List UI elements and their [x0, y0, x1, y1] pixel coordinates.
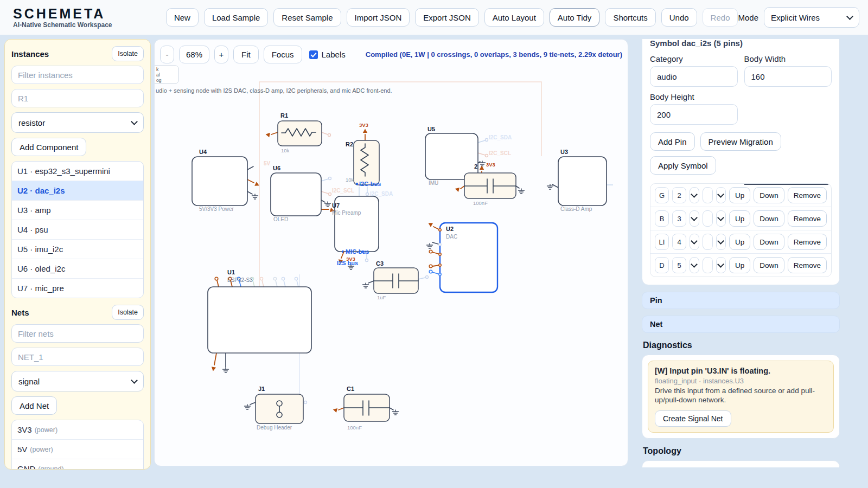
- pin-kind-select[interactable]: [716, 210, 726, 227]
- instance-row-u5[interactable]: U5 · imu_i2c: [12, 239, 143, 259]
- auto-tidy-button[interactable]: Auto Tidy: [550, 8, 600, 27]
- pin-side-select[interactable]: [690, 257, 699, 273]
- pin-down-button[interactable]: Down: [754, 187, 784, 203]
- pin-remove-button[interactable]: Remove: [788, 234, 827, 250]
- net-row-gnd[interactable]: GND (ground): [12, 459, 143, 470]
- auto-layout-button[interactable]: Auto Layout: [484, 8, 544, 27]
- import-json-button[interactable]: Import JSON: [347, 8, 410, 27]
- topology-title: Topology: [643, 446, 839, 456]
- new-button[interactable]: New: [166, 8, 199, 27]
- instance-row-u3[interactable]: U3 · amp: [12, 200, 143, 220]
- pin-net-input[interactable]: [703, 234, 713, 250]
- nets-filter-input[interactable]: [11, 324, 144, 343]
- apply-symbol-button[interactable]: Apply Symbol: [650, 156, 716, 175]
- pin-kind-select[interactable]: [716, 234, 726, 250]
- pin-row-1: Up Down Remove: [650, 184, 831, 207]
- undo-button[interactable]: Undo: [661, 8, 697, 27]
- pin-up-button[interactable]: Up: [729, 187, 750, 203]
- net-row-5v[interactable]: 5V (power): [12, 439, 143, 459]
- svg-text:5V: 5V: [264, 160, 271, 166]
- reset-sample-button[interactable]: Reset Sample: [273, 8, 341, 27]
- fit-button[interactable]: Fit: [233, 46, 259, 63]
- pin-down-button[interactable]: Down: [754, 210, 784, 227]
- net-name-input[interactable]: [11, 348, 144, 366]
- load-sample-button[interactable]: Load Sample: [204, 8, 268, 27]
- component-u1[interactable]: [208, 277, 311, 373]
- mode-select-value: Explicit Wires: [771, 13, 842, 22]
- pin-remove-button[interactable]: Remove: [788, 210, 827, 227]
- pin-side-select[interactable]: [690, 187, 699, 203]
- body-height-input[interactable]: [650, 104, 738, 125]
- component-c1[interactable]: [333, 394, 399, 421]
- labels-toggle[interactable]: Labels: [309, 50, 346, 59]
- add-component-button[interactable]: Add Component: [11, 138, 86, 156]
- preview-migration-button[interactable]: Preview Migration: [700, 132, 781, 151]
- pin-section-bar[interactable]: Pin: [642, 292, 840, 309]
- component-r2[interactable]: [354, 129, 379, 185]
- nets-isolate-button[interactable]: Isolate: [112, 305, 144, 320]
- instances-isolate-button[interactable]: Isolate: [112, 46, 144, 61]
- instances-filter-input[interactable]: [11, 66, 144, 84]
- net-row-3v3[interactable]: 3V3 (power): [12, 420, 143, 439]
- pin-number-input[interactable]: [672, 257, 686, 273]
- add-net-button[interactable]: Add Net: [11, 396, 57, 415]
- component-u3[interactable]: [547, 157, 607, 206]
- category-input[interactable]: [650, 66, 738, 87]
- pin-net-input[interactable]: [703, 257, 713, 273]
- mode-group: Mode Explicit Wires: [738, 7, 859, 28]
- create-signal-net-button[interactable]: Create Signal Net: [655, 410, 731, 427]
- component-c3[interactable]: [363, 268, 419, 293]
- pin-net-input[interactable]: [703, 210, 713, 227]
- pin-up-button[interactable]: Up: [729, 257, 750, 273]
- pin-net-input[interactable]: [703, 187, 713, 203]
- component-u7[interactable]: [335, 196, 379, 269]
- zoom-in-button[interactable]: +: [214, 46, 228, 63]
- zoom-level-button[interactable]: 68%: [179, 46, 209, 63]
- pin-kind-select[interactable]: [716, 257, 726, 273]
- pin-name-input[interactable]: [655, 187, 669, 203]
- mode-select[interactable]: Explicit Wires: [764, 7, 859, 28]
- pin-number-input[interactable]: [672, 234, 686, 250]
- nets-title: Nets: [11, 308, 29, 317]
- instance-name-input[interactable]: [11, 89, 144, 107]
- net-section-bar[interactable]: Net: [642, 316, 840, 333]
- pin-remove-button[interactable]: Remove: [788, 257, 827, 273]
- export-json-button[interactable]: Export JSON: [415, 8, 479, 27]
- checkbox-checked-icon[interactable]: [309, 50, 318, 59]
- pin-number-input[interactable]: [672, 187, 686, 203]
- component-u6[interactable]: [271, 173, 335, 216]
- net-type-select[interactable]: signal: [11, 371, 144, 391]
- pin-name-input[interactable]: [655, 234, 669, 250]
- add-pin-button[interactable]: Add Pin: [650, 132, 695, 151]
- instance-type-select[interactable]: resistor: [11, 112, 144, 133]
- instance-row-u2[interactable]: U2 · dac_i2s: [12, 181, 143, 200]
- instance-list: U1 · esp32_s3_supermini U2 · dac_i2s U3 …: [11, 161, 144, 298]
- zoom-out-button[interactable]: -: [160, 46, 174, 63]
- schematic-canvas[interactable]: k al og udio + sensing node with I2S DAC…: [154, 39, 628, 466]
- instance-row-u7[interactable]: U7 · mic_pre: [12, 278, 143, 298]
- pin-name-input[interactable]: [655, 210, 669, 227]
- body-width-input[interactable]: [744, 66, 832, 87]
- instance-row-u6[interactable]: U6 · oled_i2c: [12, 259, 143, 278]
- redo-button[interactable]: Redo: [703, 8, 738, 27]
- component-j1[interactable]: [245, 394, 304, 423]
- focus-button[interactable]: Focus: [264, 46, 302, 63]
- pin-remove-button[interactable]: Remove: [788, 187, 827, 203]
- pin-up-button[interactable]: Up: [729, 234, 750, 250]
- instance-row-u1[interactable]: U1 · esp32_s3_supermini: [12, 162, 143, 181]
- pin-side-select[interactable]: [690, 234, 699, 250]
- svg-text:10k: 10k: [346, 177, 354, 183]
- pin-kind-select[interactable]: [716, 187, 726, 203]
- instance-row-u4[interactable]: U4 · psu: [12, 220, 143, 239]
- pin-down-button[interactable]: Down: [754, 257, 784, 273]
- pin-down-button[interactable]: Down: [754, 234, 784, 250]
- pin-number-input[interactable]: [672, 210, 686, 227]
- component-r1[interactable]: [265, 121, 331, 146]
- pin-up-button[interactable]: Up: [729, 210, 750, 227]
- component-u4[interactable]: [192, 157, 260, 206]
- pin-side-select[interactable]: [690, 210, 699, 227]
- svg-text:2: 2: [474, 163, 477, 170]
- shortcuts-button[interactable]: Shortcuts: [605, 8, 655, 27]
- pin-name-input[interactable]: [655, 257, 669, 273]
- component-u2[interactable]: [427, 221, 498, 292]
